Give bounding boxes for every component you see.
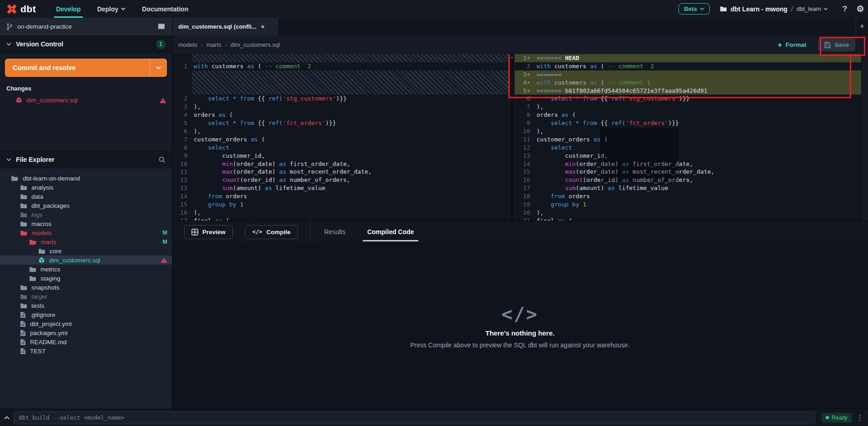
code-line[interactable]: 12 select (515, 144, 861, 152)
breadcrumb[interactable]: marts (206, 41, 221, 48)
nav-documentation[interactable]: Documentation (134, 0, 196, 18)
code-line[interactable]: 16 count(order_id) as number_of_orders, (515, 176, 861, 184)
code-line[interactable]: 1with customers as ( -- comment 2 (172, 62, 509, 70)
commit-options-caret[interactable] (150, 59, 166, 76)
chevron-up-icon[interactable] (0, 416, 14, 420)
tree-item-label: models (32, 230, 52, 236)
code-line[interactable]: 9 customer_id, (172, 152, 509, 160)
code-line[interactable]: 19 group by 1 (515, 200, 861, 209)
format-button[interactable]: ✦ Format (777, 41, 806, 49)
tree-item-dbt-learn-on-demand[interactable]: dbt-learn-on-demand (0, 174, 172, 183)
docs-book-icon[interactable] (157, 23, 166, 30)
tree-item-test[interactable]: TEST (0, 346, 172, 356)
environment-selector[interactable]: dbt_learn (797, 5, 828, 12)
tree-item-label: tests (31, 302, 45, 309)
tree-item-data[interactable]: data (0, 192, 172, 201)
code-line[interactable]: 15 group by 1 (172, 200, 509, 209)
code-line[interactable]: 5 select * from {{ ref('fct_orders')}} (172, 119, 509, 127)
code-line[interactable]: 9 select * from {{ ref('fct_orders')}} (515, 119, 861, 127)
tree-item-macros[interactable]: macros (0, 219, 172, 228)
code-line[interactable]: 11 max(order_date) as most_recent_order_… (172, 168, 509, 176)
code-line[interactable]: 13 customer_id, (515, 152, 861, 160)
editor-pane-right[interactable]: 1+<<<<<<< HEAD2with customers as ( -- co… (515, 54, 861, 221)
breadcrumb[interactable]: dim_customers.sql (231, 41, 280, 48)
code-line[interactable]: 21final as ( (515, 217, 861, 221)
beta-dropdown[interactable]: Beta (678, 3, 709, 15)
code-line[interactable]: 16), (172, 209, 509, 217)
tab-compiled-code[interactable]: Compiled Code (359, 221, 422, 243)
code-line[interactable]: 17 sum(amount) as lifetime_value (515, 184, 861, 192)
dbt-logo[interactable]: dbt (0, 4, 48, 15)
tree-item-analysis[interactable]: analysis (0, 183, 172, 192)
code-line[interactable]: 3+======= (515, 70, 861, 79)
version-control-header[interactable]: Version Control 1 (0, 36, 172, 53)
command-input[interactable] (14, 411, 815, 424)
code-line[interactable]: 8orders as ( (515, 111, 861, 119)
compile-button[interactable]: </> Compile (245, 225, 298, 239)
tree-item-staging[interactable]: staging (0, 274, 172, 283)
tree-item-dbt-project-yml[interactable]: dbt_project.yml (0, 319, 172, 328)
tree-item-logs[interactable]: logs (0, 210, 172, 219)
folder-icon (20, 185, 27, 190)
chevron-down-icon (700, 7, 704, 10)
folder-icon (38, 248, 45, 254)
tree-item-core[interactable]: core (0, 246, 172, 256)
code-line[interactable]: 15 max(order_date) as most_recent_order_… (515, 168, 861, 176)
code-line[interactable]: 18 from orders (515, 192, 861, 200)
branch-row[interactable]: on-demand-practice (0, 18, 172, 36)
kebab-menu-icon[interactable]: ⋮ (856, 413, 863, 422)
code-line[interactable]: 10), (515, 127, 861, 135)
line-number: 18 (515, 192, 535, 200)
preview-button[interactable]: Preview (184, 225, 233, 239)
tree-item--gitignore[interactable]: .gitignore (0, 310, 172, 319)
nav-deploy[interactable]: Deploy (89, 0, 134, 18)
code-line[interactable]: 11customer_orders as ( (515, 135, 861, 144)
code-line[interactable]: 17final as ( (172, 217, 509, 221)
new-tab-button[interactable]: + (856, 18, 868, 35)
settings-gear-icon[interactable]: ⚙ (853, 0, 868, 18)
code-line[interactable]: 20), (515, 209, 861, 217)
nav-develop[interactable]: Develop (48, 0, 89, 18)
code-line[interactable]: 5+>>>>>>> b81f802a66fd544504c65721e3ffaa… (515, 87, 861, 95)
code-line[interactable]: 2with customers as ( -- comment 2 (515, 62, 861, 70)
code-line[interactable]: 6 select * from {{ ref('stg_customers')}… (515, 95, 861, 103)
code-line[interactable]: 12 count(order_id) as number_of_orders, (172, 176, 509, 184)
changed-file-row[interactable]: dim_customers.sql (0, 95, 172, 106)
tree-item-models[interactable]: modelsM (0, 228, 172, 237)
code-line[interactable]: 14 from orders (172, 192, 509, 200)
close-icon[interactable]: × (261, 23, 265, 30)
code-icon: </> (502, 304, 538, 325)
tree-item-snapshots[interactable]: snapshots (0, 283, 172, 292)
fold-marker[interactable]: − (510, 54, 513, 60)
tree-item-readme-md[interactable]: README.md (0, 337, 172, 346)
editor-scrollbar[interactable] (861, 54, 868, 221)
code-line[interactable]: 14 min(order_date) as first_order_date, (515, 160, 861, 168)
breadcrumb[interactable]: models (178, 41, 197, 48)
code-line[interactable]: 6), (172, 127, 509, 135)
tree-item-tests[interactable]: tests (0, 301, 172, 310)
code-line[interactable]: 10 min(order_date) as first_order_date, (172, 160, 509, 168)
tree-item-dbt-packages[interactable]: dbt_packages (0, 201, 172, 210)
help-button[interactable]: ? (837, 0, 853, 18)
tree-item-target[interactable]: target (0, 292, 172, 301)
code-line[interactable]: 2 select * from {{ ref('stg_customers')}… (172, 95, 509, 103)
code-line[interactable]: 7), (515, 103, 861, 111)
code-line[interactable]: 4+with customers as ( -- comment 1 (515, 79, 861, 87)
tree-item-marts[interactable]: martsM (0, 237, 172, 246)
tree-item-dim-customers-sql[interactable]: dim_customers.sql (0, 256, 172, 265)
tree-item-metrics[interactable]: metrics (0, 265, 172, 274)
tab-results[interactable]: Results (316, 221, 354, 243)
search-icon[interactable] (159, 156, 166, 163)
code-line[interactable]: 7customer_orders as ( (172, 135, 509, 144)
code-line[interactable]: 3), (172, 103, 509, 111)
commit-and-resolve-button[interactable]: Commit and resolve (5, 59, 167, 77)
code-line[interactable]: 13 sum(amount) as lifetime_value (172, 184, 509, 192)
tree-item-packages-yml[interactable]: packages.yml (0, 328, 172, 337)
code-line[interactable]: 1+<<<<<<< HEAD (515, 54, 861, 62)
code-line[interactable]: 8 select (172, 144, 509, 152)
tab-dim-customers[interactable]: dim_customers.sql (confli... × (173, 18, 278, 35)
file-explorer-header[interactable]: File Explorer (0, 151, 172, 168)
code-line[interactable]: 4orders as ( (172, 111, 509, 119)
editor-pane-left[interactable]: 1with customers as ( -- comment 22 selec… (172, 54, 509, 221)
folder-icon (20, 294, 27, 300)
